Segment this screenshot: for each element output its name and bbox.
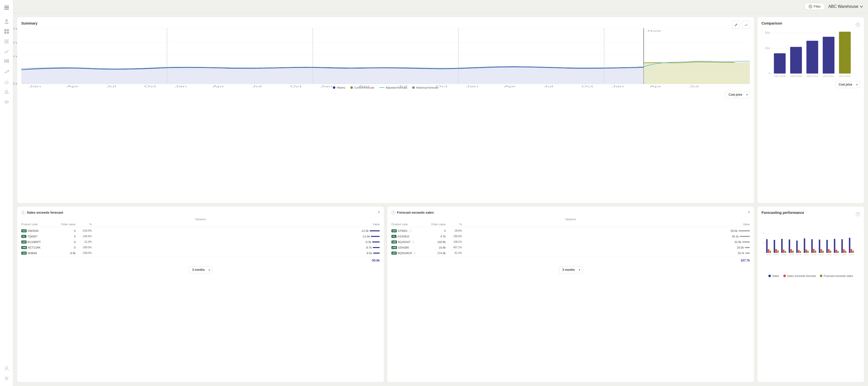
sidebar-alert-icon[interactable] [2,87,11,97]
svg-rect-0 [4,6,9,6]
summary-chart-footer: Cost price [21,91,750,98]
forecast-exceeds-dot [820,275,823,277]
table-row: AMBQ26G07 140.8k 138.1% 32.9k [392,239,750,245]
forecast-exceeds-help-icon[interactable]: ? [748,211,750,214]
comparison-title: Comparison [762,21,782,25]
sales-exceeds-title: i Sales exceeds forecast ? [21,211,380,215]
edit-chart-button[interactable] [732,21,740,29]
current-forecast-dot [350,86,353,89]
col-order-value: Order value [55,223,75,226]
sidebar-layers-icon[interactable] [2,98,11,107]
cost-price-select-wrapper[interactable]: Cost price [725,91,750,98]
warehouse-selector[interactable]: ABC Warehouse [828,4,863,9]
comparison-help-icon[interactable]: ? [856,23,860,27]
performance-help-icon[interactable]: ? [856,212,860,216]
sidebar-chart-icon[interactable] [2,47,11,56]
sidebar-ship-icon[interactable] [2,77,11,86]
filter-button[interactable]: Filter [804,3,826,10]
svg-rect-87 [766,239,768,253]
svg-text:Apr: Apr [650,85,662,88]
svg-text:2010-2011: 2010-2011 [823,75,834,77]
forecast-exceeds-card: i Forecast exceeds sales ? Variance Prod… [388,207,754,382]
svg-text:Sep 2010: Sep 2010 [774,254,779,255]
legend-forecast-exceeds: Forecast exceeds sales [820,274,853,277]
svg-rect-5 [7,29,9,31]
svg-text:2009-2010: 2009-2010 [807,75,818,77]
svg-text:0: 0 [769,72,770,75]
sidebar-person2-icon[interactable] [2,364,11,373]
comparison-cost-price-wrapper[interactable]: Cost price [835,81,860,88]
svg-text:2007-2008: 2007-2008 [774,75,785,77]
value: -12.5k [361,229,369,232]
comparison-cost-price-select[interactable]: Cost price [835,81,860,88]
svg-rect-108 [819,240,820,253]
svg-text:Jun 2011: Jun 2011 [842,254,846,255]
svg-text:Jan: Jan [175,85,187,88]
svg-rect-9 [4,41,9,42]
sidebar-avatar-icon[interactable] [2,17,11,26]
sidebar-dashboard-icon[interactable] [2,27,11,36]
svg-text:Apr 2011: Apr 2011 [827,254,832,255]
svg-text:Oct 2010: Oct 2010 [781,254,786,255]
cost-price-select[interactable]: Cost price [725,91,750,98]
pct: -515.0% [76,229,92,232]
sidebar-grid-icon[interactable] [2,57,11,66]
svg-rect-118 [843,249,845,253]
svg-rect-121 [850,249,852,253]
svg-text:Apr: Apr [504,85,516,88]
svg-rect-105 [811,239,813,253]
performance-legend: Sales Sales exceeds forecast Forecast ex… [762,274,860,277]
svg-rect-110 [823,251,824,253]
svg-rect-6 [4,32,6,34]
sales-table-header: Product code Order value % Value [21,222,380,227]
svg-rect-68 [774,54,785,74]
legend-sales: Sales [768,274,779,277]
svg-text:Dec 2010: Dec 2010 [796,254,801,255]
svg-text:50m: 50m [765,31,770,34]
sales-label: Sales [772,274,779,277]
svg-rect-109 [820,249,822,253]
svg-rect-72 [839,32,851,73]
svg-text:Jul: Jul [544,85,553,88]
sidebar-table-icon[interactable] [2,37,11,46]
svg-rect-89 [770,251,771,253]
svg-rect-91 [775,249,777,253]
svg-rect-120 [849,238,850,253]
table-row: AH DW3549 0 -515.0% -12.5k [21,228,380,234]
product-code-cell: AH DW3549 [21,229,54,232]
sales-months-wrapper[interactable]: 3 months [21,266,380,273]
svg-text:Apr: Apr [358,85,370,88]
adjusted-forecast-line [379,87,384,88]
svg-rect-101 [800,251,801,253]
svg-text:Oct: Oct [581,85,593,88]
svg-text:0: 0 [764,252,765,253]
sidebar-menu-icon[interactable] [2,3,11,12]
forecast-months-select[interactable]: 3 months [559,266,582,273]
table-row: ALGS33810 4.7k 190.0% 45.1k [392,234,750,239]
svg-rect-99 [796,241,798,253]
sidebar-trending-icon[interactable] [2,67,11,76]
sales-exceeds-help-icon[interactable]: ? [378,211,380,214]
svg-text:4m: 4m [13,41,18,44]
table-row: ALTQ6007 0 -166.6% -11.6k [21,234,380,239]
forecast-exceeds-info-icon[interactable]: i [392,211,396,215]
svg-text:Jul: Jul [106,85,116,88]
svg-text:Jul: Jul [252,85,261,88]
performance-title: Forecasting performance [762,211,804,215]
sidebar-settings-icon[interactable] [2,374,11,383]
forecast-months-wrapper[interactable]: 3 months [392,266,750,273]
svg-rect-112 [828,249,830,253]
sales-exceeds-info-icon[interactable]: i [21,211,25,215]
svg-rect-98 [792,250,794,253]
historical-forecast-dot [412,86,415,89]
svg-point-79 [412,241,414,243]
circle-icon [409,230,412,232]
view-chart-button[interactable] [742,21,750,29]
svg-rect-4 [4,29,6,31]
svg-text:Nov 2010: Nov 2010 [789,254,794,255]
svg-text:Jan: Jan [29,85,41,88]
svg-rect-96 [789,240,790,253]
svg-text:Oct: Oct [436,85,448,88]
svg-rect-2 [4,9,9,9]
sales-months-select[interactable]: 3 months [189,266,212,273]
